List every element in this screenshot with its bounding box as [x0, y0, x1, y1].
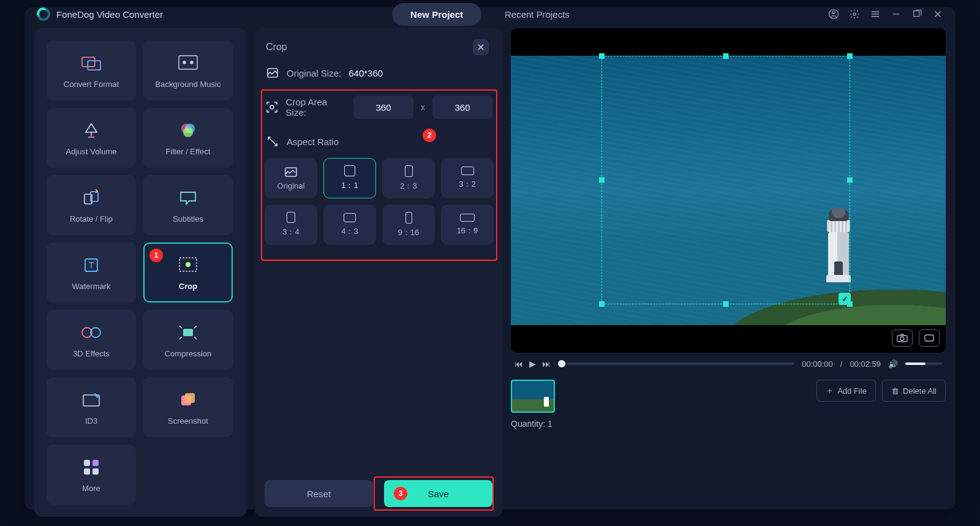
- tool-label: Filter / Effect: [166, 147, 211, 156]
- seek-track[interactable]: [558, 363, 794, 365]
- crop-handle-tm[interactable]: [723, 53, 729, 59]
- crop-height-input[interactable]: [432, 96, 492, 119]
- tool-screenshot[interactable]: Screenshot: [143, 377, 233, 437]
- ratio-label: 1：1: [341, 180, 358, 191]
- play-button[interactable]: ▶: [529, 359, 536, 369]
- original-size-value: 640*360: [349, 68, 383, 78]
- ratio-3-4[interactable]: 3：4: [265, 205, 317, 245]
- tool-3d-effects[interactable]: 3D Effects: [47, 310, 136, 370]
- background-music-icon: [178, 53, 198, 73]
- 3d-effects-icon: [81, 322, 102, 343]
- crop-title: Crop: [266, 42, 287, 53]
- svg-rect-4: [88, 61, 100, 70]
- crop-confirm-check-icon[interactable]: ✓: [839, 293, 851, 305]
- app-name: FoneDog Video Converter: [56, 9, 163, 20]
- ratio-label: 3：4: [282, 227, 299, 238]
- more-icon: [81, 457, 102, 478]
- tool-compression[interactable]: Compression: [143, 310, 233, 370]
- ratio-label: 2：3: [400, 181, 417, 192]
- original-size-row: Original Size: 640*360: [266, 66, 492, 80]
- ratio-1-1[interactable]: 1：1: [323, 158, 376, 198]
- ratio-4-3[interactable]: 4：3: [323, 205, 376, 245]
- ratio-16-9[interactable]: 16：9: [441, 205, 494, 245]
- volume-track[interactable]: [905, 363, 942, 365]
- ratio-shape-icon: [460, 214, 475, 222]
- ratio-2-3[interactable]: 2：3: [382, 158, 435, 198]
- tool-watermark[interactable]: T Watermark: [47, 242, 136, 302]
- add-file-button[interactable]: ＋Add File: [816, 380, 876, 402]
- video-player[interactable]: ✓: [511, 28, 946, 353]
- tab-recent-projects[interactable]: Recent Projects: [486, 3, 588, 26]
- ratio-label: 4：3: [341, 226, 358, 237]
- add-file-label: Add File: [837, 386, 867, 396]
- aspect-ratio-grid: Original 1：1 2：3 3：2 3：4: [265, 158, 492, 245]
- subtitles-icon: [178, 187, 198, 208]
- ratio-shape-icon: [405, 212, 412, 224]
- tool-subtitles[interactable]: Subtitles: [143, 175, 233, 235]
- project-tabs: New Project Recent Projects: [392, 3, 588, 26]
- crop-handle-mr[interactable]: [847, 178, 853, 183]
- crop-area-row: Crop Area Size: x: [266, 96, 492, 119]
- svg-point-10: [183, 127, 193, 137]
- fullscreen-button[interactable]: [919, 329, 940, 347]
- minimize-icon[interactable]: [891, 9, 902, 20]
- tool-label: More: [82, 484, 100, 493]
- ratio-label: 16：9: [457, 225, 478, 236]
- tool-id3[interactable]: ID3: [47, 377, 136, 437]
- crop-handle-bm[interactable]: [723, 301, 729, 307]
- close-panel-button[interactable]: [473, 39, 489, 55]
- svg-rect-2: [914, 11, 919, 17]
- tab-new-project[interactable]: New Project: [392, 3, 481, 26]
- watermark-icon: T: [81, 255, 102, 276]
- aspect-ratio-icon: [266, 135, 279, 148]
- crop-width-input[interactable]: [353, 96, 413, 119]
- settings-gear-icon[interactable]: [849, 9, 860, 20]
- svg-text:T: T: [89, 260, 94, 270]
- prev-frame-button[interactable]: ⏮: [514, 359, 523, 369]
- tool-background-music[interactable]: Background Music: [143, 40, 233, 100]
- crop-handle-ml[interactable]: [599, 178, 605, 183]
- crop-selection-rect[interactable]: ✓: [601, 56, 850, 304]
- ratio-shape-icon: [461, 167, 474, 175]
- snapshot-button[interactable]: [892, 329, 913, 347]
- delete-all-button[interactable]: 🗑Delete All: [882, 380, 946, 402]
- crop-footer-buttons: Reset 3 Save: [265, 480, 492, 507]
- ratio-shape-icon: [405, 165, 413, 177]
- tool-grid: Convert Format Background Music Adjust V…: [34, 28, 246, 517]
- crop-handle-tl[interactable]: [599, 53, 605, 59]
- playback-controls: ⏮ ▶ ⏭: [514, 359, 551, 369]
- svg-point-7: [190, 61, 193, 64]
- ratio-3-2[interactable]: 3：2: [441, 158, 494, 198]
- svg-rect-25: [84, 468, 90, 475]
- tool-more[interactable]: More: [47, 445, 136, 505]
- crop-area-icon: [266, 100, 279, 114]
- tool-convert-format[interactable]: Convert Format: [47, 40, 136, 100]
- window-controls: [828, 9, 943, 20]
- ratio-shape-icon: [287, 212, 295, 223]
- next-frame-button[interactable]: ⏭: [542, 359, 551, 369]
- time-current: 00:00:00: [802, 359, 833, 369]
- save-button[interactable]: 3 Save: [384, 480, 492, 507]
- reset-button[interactable]: Reset: [265, 480, 373, 507]
- main-content: Convert Format Background Music Adjust V…: [24, 21, 956, 526]
- rotate-flip-icon: [81, 187, 102, 208]
- svg-rect-3: [82, 57, 95, 66]
- ratio-original[interactable]: Original: [265, 158, 317, 198]
- crop-handle-tr[interactable]: [847, 53, 853, 59]
- tool-rotate-flip[interactable]: Rotate / Flip: [47, 175, 136, 235]
- crop-area-label: Crop Area Size:: [286, 97, 346, 118]
- menu-icon[interactable]: [870, 9, 881, 20]
- id3-icon: [81, 389, 102, 410]
- volume-icon[interactable]: 🔊: [888, 359, 898, 369]
- tool-adjust-volume[interactable]: Adjust Volume: [47, 108, 136, 168]
- crop-panel: Crop Original Size: 640*360 2 Crop Area …: [255, 28, 502, 517]
- account-icon[interactable]: [828, 9, 839, 20]
- ratio-9-16[interactable]: 9：16: [382, 205, 435, 245]
- file-thumbnail[interactable]: [511, 380, 555, 413]
- maximize-icon[interactable]: [911, 9, 922, 20]
- tool-filter-effect[interactable]: Filter / Effect: [143, 108, 233, 168]
- tool-crop[interactable]: 1 Crop: [143, 242, 233, 302]
- close-icon[interactable]: [932, 9, 943, 20]
- crop-handle-bl[interactable]: [599, 301, 605, 307]
- seek-thumb[interactable]: [558, 360, 565, 367]
